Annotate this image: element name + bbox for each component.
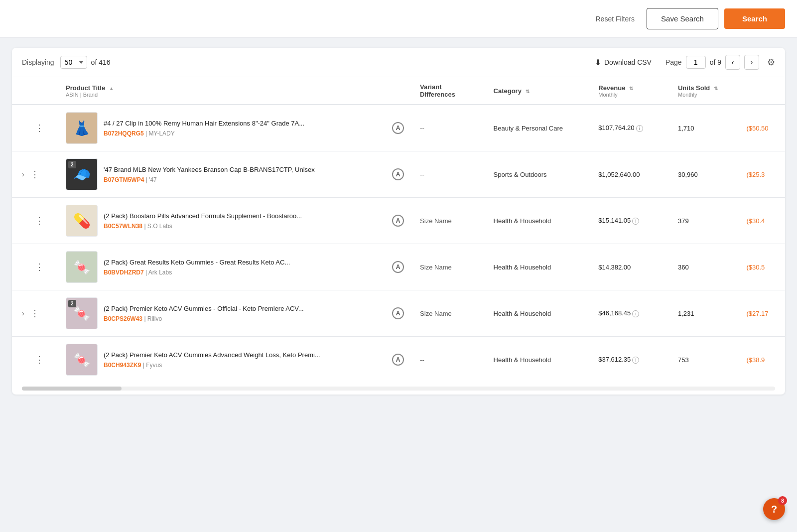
product-asin[interactable]: B07GTM5WP4 (104, 176, 144, 183)
variant-badge: 2 (68, 300, 76, 307)
th-units-sub: Monthly (678, 92, 730, 98)
revenue-cell: $46,168.45i (590, 290, 670, 337)
product-image-placeholder: 🧢 (73, 166, 91, 183)
amazon-icon: A (392, 215, 404, 227)
page-input[interactable] (686, 56, 706, 69)
revenue-info-icon[interactable]: i (636, 125, 643, 132)
product-brand: | '47 (146, 176, 157, 183)
product-image-placeholder: 🍬 (73, 305, 91, 322)
product-image: 💊 (66, 205, 98, 237)
row-actions: › ⋮ (20, 308, 50, 318)
sort-icon-revenue: ⇅ (629, 86, 633, 91)
amazon-icon: A (392, 122, 404, 134)
revenue-cell: $107,764.20i (590, 105, 670, 151)
product-image: 🍬 (66, 344, 98, 376)
row-actions: ⋮ (20, 263, 50, 271)
horizontal-scrollbar-thumb[interactable] (22, 387, 122, 391)
product-brand: | Rillvo (144, 315, 162, 322)
horizontal-scrollbar-track[interactable] (22, 387, 775, 391)
variant-cell: -- (412, 151, 485, 198)
product-info-container: 🍬 (2 Pack) Great Results Keto Gummies - … (66, 251, 404, 283)
row-actions-cell: ⋮ (12, 198, 58, 244)
save-search-button[interactable]: Save Search (647, 8, 718, 29)
variant-cell: Size Name (412, 290, 485, 337)
revenue-info-icon[interactable]: i (632, 218, 639, 225)
revenue-info-icon[interactable]: i (632, 310, 639, 317)
table-wrapper: Displaying 50 25 100 200 of 416 ⬇ Downlo… (12, 48, 785, 395)
product-details: #4 / 27 Clip in 100% Remy Human Hair Ext… (104, 119, 386, 137)
more-options-button[interactable]: ⋮ (35, 216, 44, 225)
expand-button[interactable]: › (20, 308, 26, 318)
product-brand: | S.O Labs (144, 223, 172, 230)
page-label: Page (665, 58, 682, 66)
displaying-label: Displaying (22, 58, 54, 66)
reset-filters-button[interactable]: Reset Filters (589, 11, 641, 27)
category-cell: Health & Household (486, 198, 591, 244)
product-image: 2 🧢 (66, 158, 98, 190)
product-image: 👗 (66, 112, 98, 144)
product-info-container: 💊 (2 Pack) Boostaro Pills Advanced Formu… (66, 205, 404, 237)
more-options-button[interactable]: ⋮ (30, 309, 40, 318)
product-image-placeholder: 💊 (73, 213, 91, 229)
product-cell: 🍬 (2 Pack) Great Results Keto Gummies - … (58, 244, 412, 290)
page-next-button[interactable]: › (744, 55, 759, 70)
amazon-icon: A (392, 261, 404, 273)
product-meta: B0CPS26W43 | Rillvo (104, 315, 386, 322)
units-cell: 360 (670, 244, 738, 290)
product-details: '47 Brand MLB New York Yankees Branson C… (104, 165, 386, 183)
revenue-info-icon[interactable]: i (632, 357, 639, 364)
th-category[interactable]: Category ⇅ (486, 77, 591, 105)
search-button[interactable]: Search (724, 8, 785, 29)
th-product[interactable]: Product Title ▲ ASIN | Brand (58, 77, 412, 105)
product-meta: B07GTM5WP4 | '47 (104, 176, 386, 183)
th-revenue[interactable]: Revenue ⇅ Monthly (590, 77, 670, 105)
amazon-icon: A (392, 168, 404, 180)
more-options-button[interactable]: ⋮ (35, 263, 44, 271)
profit-cell: ($25.3 (738, 151, 785, 198)
units-cell: 1,710 (670, 105, 738, 151)
more-options-button[interactable]: ⋮ (30, 170, 40, 179)
product-asin[interactable]: B0CPS26W43 (104, 315, 142, 322)
product-details: (2 Pack) Boostaro Pills Advanced Formula… (104, 212, 386, 230)
settings-button[interactable]: ⚙ (767, 57, 775, 68)
download-csv-button[interactable]: ⬇ Download CSV (595, 58, 652, 67)
product-meta: B0CH943ZK9 | Fyvus (104, 362, 386, 369)
profit-cell: ($38.9 (738, 337, 785, 383)
revenue-cell: $1,052,640.00 (590, 151, 670, 198)
product-meta: B0BVDHZRD7 | Ark Labs (104, 269, 386, 276)
product-asin[interactable]: B0BVDHZRD7 (104, 269, 144, 276)
category-cell: Health & Household (486, 290, 591, 337)
product-asin[interactable]: B0C57WLN38 (104, 223, 142, 230)
table-row: ⋮ 🍬 (2 Pack) Great Results Keto Gummies … (12, 244, 785, 290)
expand-button[interactable]: › (20, 169, 26, 179)
product-table: Product Title ▲ ASIN | Brand VariantDiff… (12, 77, 785, 383)
more-options-button[interactable]: ⋮ (35, 355, 44, 364)
download-icon: ⬇ (595, 58, 601, 67)
table-toolbar: Displaying 50 25 100 200 of 416 ⬇ Downlo… (12, 48, 785, 77)
product-cell: 🍬 (2 Pack) Premier Keto ACV Gummies Adva… (58, 337, 412, 383)
sort-icon-category: ⇅ (526, 89, 530, 94)
product-title: (2 Pack) Great Results Keto Gummies - Gr… (104, 258, 386, 267)
th-actions (12, 77, 58, 105)
row-actions: ⋮ (20, 355, 50, 364)
download-csv-label: Download CSV (604, 58, 652, 66)
per-page-select[interactable]: 50 25 100 200 (60, 56, 87, 69)
th-units[interactable]: Units Sold ⇅ Monthly (670, 77, 738, 105)
row-actions-cell: › ⋮ (12, 290, 58, 337)
units-cell: 379 (670, 198, 738, 244)
product-asin[interactable]: B0CH943ZK9 (104, 362, 141, 369)
variant-cell: -- (412, 337, 485, 383)
product-cell: 2 🍬 (2 Pack) Premier Keto ACV Gummies - … (58, 290, 412, 337)
profit-cell: ($30.5 (738, 244, 785, 290)
page-prev-button[interactable]: ‹ (725, 55, 740, 70)
product-details: (2 Pack) Premier Keto ACV Gummies - Offi… (104, 304, 386, 322)
row-actions-cell: › ⋮ (12, 151, 58, 198)
product-info-container: 👗 #4 / 27 Clip in 100% Remy Human Hair E… (66, 112, 404, 144)
table-row: ⋮ 👗 #4 / 27 Clip in 100% Remy Human Hair… (12, 105, 785, 151)
product-asin[interactable]: B072HQQRG5 (104, 130, 144, 137)
of-pages-label: of 9 (710, 58, 721, 66)
of-total-label: of 416 (91, 58, 111, 66)
variant-badge: 2 (68, 161, 76, 168)
product-title: (2 Pack) Boostaro Pills Advanced Formula… (104, 212, 386, 221)
more-options-button[interactable]: ⋮ (35, 124, 44, 133)
